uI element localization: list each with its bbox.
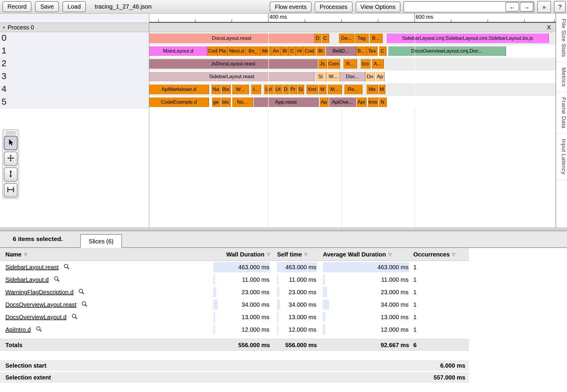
close-process-button[interactable]: X — [547, 24, 551, 31]
trace-slice[interactable]: C — [322, 34, 329, 43]
trace-slice[interactable]: ge — [212, 97, 220, 107]
magnifier-icon[interactable] — [81, 301, 88, 309]
trace-slice[interactable]: Tag — [355, 34, 369, 43]
help-button[interactable]: ? — [554, 1, 566, 13]
trace-slice[interactable]: M... — [328, 85, 342, 94]
flow-events-button[interactable]: Flow events — [270, 1, 312, 12]
process-header[interactable]: ▾ Process 0 X — [0, 23, 556, 32]
trace-slice[interactable]: A... — [372, 59, 384, 69]
column-header-occurrences[interactable]: Occurrences ▽ — [413, 248, 455, 261]
trace-slice[interactable]: Pla — [218, 46, 228, 56]
zoom-tool-button[interactable] — [4, 167, 18, 182]
trace-slice[interactable]: Doc... — [340, 72, 365, 81]
trace-slice[interactable]: JsDocsLayout.reast — [149, 59, 318, 69]
pan-tool-button[interactable] — [4, 152, 18, 166]
trace-slice[interactable]: Js — [318, 59, 327, 69]
slice-name-link[interactable]: DocsOverviewLayout.reast — [5, 301, 76, 308]
trace-slice[interactable]: R... — [343, 59, 357, 69]
tool-palette[interactable] — [2, 129, 19, 199]
magnifier-icon[interactable] — [71, 313, 78, 321]
trace-slice[interactable]: ApiOve... — [329, 97, 356, 107]
load-button[interactable]: Load — [62, 1, 86, 12]
trace-slice[interactable]: Cod — [208, 46, 218, 56]
magnifier-icon[interactable] — [36, 326, 42, 334]
find-previous-button[interactable]: ← — [505, 2, 519, 12]
column-header-average-wall-duration[interactable]: Average Wall Duration ▽ — [323, 248, 392, 261]
trace-slice[interactable]: Blo — [221, 85, 231, 94]
collapse-triangle-icon[interactable]: ▾ — [3, 25, 5, 30]
trace-slice[interactable]: Ge... — [339, 34, 354, 43]
timeline-ruler[interactable]: 400 ms600 ms — [149, 14, 556, 23]
save-button[interactable]: Save — [35, 1, 59, 12]
trace-slice[interactable]: Re... — [344, 85, 362, 94]
slice-name-link[interactable]: ApiIntro.d — [5, 326, 31, 333]
trace-slice[interactable]: DocsLayout.reast — [149, 34, 315, 43]
trace-slice[interactable]: Bs_ — [246, 46, 260, 56]
expand-panel-button[interactable]: » — [537, 1, 551, 13]
trace-slice[interactable]: I... — [251, 85, 261, 94]
trace-slice[interactable]: C — [289, 46, 296, 56]
trace-slice[interactable]: Ima — [368, 97, 378, 107]
trace-slice[interactable]: Me — [367, 85, 378, 94]
trace-slice[interactable]: SidebarLayout.reast — [149, 72, 315, 81]
trace-slice[interactable]: N — [379, 97, 387, 107]
trace-slice[interactable]: C — [379, 46, 387, 56]
trace-slice[interactable]: Com — [328, 59, 340, 69]
trace-slice[interactable]: Ico — [361, 59, 370, 69]
trace-slice[interactable]: Ut — [274, 85, 282, 94]
slice-name-link[interactable]: DocsOverviewLayout.d — [5, 314, 67, 321]
trace-slice[interactable]: blo — [221, 97, 231, 107]
record-button[interactable]: Record — [2, 1, 32, 12]
trace-slice[interactable]: ApiMarkdown.d — [149, 85, 209, 94]
magnifier-icon[interactable] — [78, 288, 85, 296]
column-header-name[interactable]: Name ▽ — [5, 248, 27, 261]
processes-button[interactable]: Processes — [315, 1, 352, 12]
trace-slice[interactable]: No... — [232, 97, 253, 107]
trace-slice[interactable]: Hi — [296, 46, 304, 56]
trace-slice[interactable]: W... — [326, 72, 340, 81]
column-header-wall-duration[interactable]: Wall Duration ▽ — [208, 248, 270, 261]
panel-splitter[interactable] — [0, 228, 567, 231]
trace-slice[interactable]: M — [319, 85, 326, 94]
trace-slice[interactable]: Tex — [367, 46, 378, 56]
trace-slice[interactable]: B... — [356, 46, 367, 56]
trace-slice[interactable]: M — [379, 85, 385, 94]
trace-slice[interactable]: App.reast — [254, 97, 319, 107]
search-input[interactable] — [404, 2, 505, 12]
trace-slice[interactable]: BeltD... — [326, 46, 356, 56]
sidebar-tab-metrics[interactable]: Metrics — [556, 62, 567, 92]
trace-slice[interactable]: Md — [260, 46, 271, 56]
view-options-button[interactable]: View Options — [356, 1, 400, 12]
tab-slices[interactable]: Slices (6) — [80, 234, 122, 248]
magnifier-icon[interactable] — [54, 276, 60, 284]
trace-slice[interactable]: D — [315, 34, 321, 43]
sidebar-tab-input-latency[interactable]: Input Latency — [556, 134, 567, 180]
sidebar-tab-file-size-stats[interactable]: File Size Stats — [556, 14, 567, 62]
trace-slice[interactable]: Ap — [320, 97, 329, 107]
trace-slice[interactable]: Si — [315, 72, 326, 81]
trace-slice[interactable]: Cod — [304, 46, 316, 56]
palette-grip-handle[interactable] — [6, 131, 15, 134]
trace-slice[interactable]: CodeExample.d — [149, 97, 209, 107]
trace-slice[interactable]: SidebarLayout.cmj,SidebarLayout.cmi,Side… — [387, 34, 549, 43]
trace-slice[interactable]: Do — [365, 72, 375, 81]
trace-slice[interactable]: Api — [356, 97, 367, 107]
trace-slice[interactable]: Bl — [281, 46, 289, 56]
trace-slice[interactable]: B... — [370, 34, 383, 43]
slice-name-link[interactable]: WarningFlagDescription.d — [5, 289, 73, 296]
column-header-self-time[interactable]: Self time ▽ — [277, 248, 307, 261]
trace-slice[interactable]: Xml — [306, 85, 318, 94]
trace-slice[interactable]: MainLayout.d — [149, 46, 208, 56]
trace-slice[interactable]: Next.d — [228, 46, 246, 56]
find-next-button[interactable]: → — [520, 2, 533, 12]
select-tool-button[interactable] — [4, 136, 18, 150]
trace-slice[interactable]: W... — [232, 85, 249, 94]
trace-slice[interactable]: An — [271, 46, 281, 56]
trace-slice[interactable]: Ap — [376, 72, 385, 81]
sidebar-tab-frame-data[interactable]: Frame Data — [556, 92, 567, 134]
slice-name-link[interactable]: SidebarLayout.reast — [5, 264, 59, 271]
trace-slice[interactable]: Pr — [289, 85, 297, 94]
trace-slice[interactable]: Na — [211, 85, 221, 94]
timing-tool-button[interactable] — [4, 183, 18, 197]
trace-slice[interactable]: Si — [298, 85, 304, 94]
